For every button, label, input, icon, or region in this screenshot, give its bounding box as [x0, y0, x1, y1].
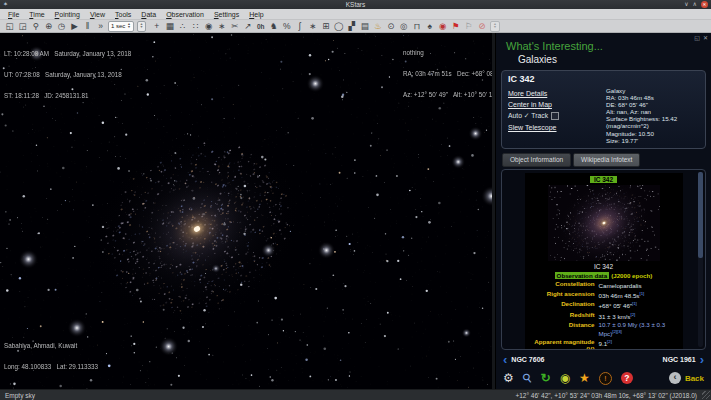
center-object-icon[interactable]: ◉ — [436, 20, 449, 33]
more-details-link[interactable]: More Details — [508, 90, 606, 97]
chevron-right-icon[interactable]: › — [700, 353, 704, 366]
minimize-icon[interactable]: ∨ — [684, 0, 688, 9]
menu-item-time[interactable]: Time — [24, 9, 49, 20]
time-step-arrows-icon[interactable]: ▲▼ — [127, 23, 130, 30]
wiki-infobox: IC 342 IC 342 Observation data(J2000 epo… — [525, 173, 683, 350]
category-label: Galaxies — [518, 54, 711, 65]
pause-clock-icon[interactable]: ‖ — [81, 20, 94, 33]
supernova-toggle-icon[interactable]: % — [280, 20, 293, 33]
menu-item-tools[interactable]: Tools — [110, 9, 136, 20]
sky-image-icon[interactable]: ▦ — [163, 20, 176, 33]
next-object-button[interactable]: NGC 1961 › — [663, 353, 704, 366]
menu-item-file[interactable]: File — [3, 9, 24, 20]
zoom-out-icon[interactable]: ◲ — [16, 20, 29, 33]
resize-grip[interactable] — [702, 391, 710, 399]
telescope-slew-icon[interactable]: ! — [599, 372, 612, 385]
zoom-in-icon[interactable]: ◱ — [3, 20, 16, 33]
menu-item-settings[interactable]: Settings — [209, 9, 244, 20]
reload-icon[interactable]: ↻ — [541, 371, 551, 385]
tab-wikipedia-infotext[interactable]: Wikipedia Infotext — [573, 153, 640, 167]
time-step-spinbox[interactable]: 1 sec ▲▼ — [108, 21, 134, 32]
favorite-star-icon[interactable]: ★ — [579, 371, 590, 385]
settings-gear-icon[interactable]: ⚙ — [503, 371, 514, 385]
lock-position-icon[interactable]: ⊓ — [410, 20, 423, 33]
observation-list-icon[interactable]: ♨ — [371, 20, 384, 33]
status-coordinates: +12° 46' 42", +10° 53' 24" 03h 48m 10s, … — [515, 392, 697, 399]
gray-flag-icon[interactable]: ⚐ — [462, 20, 475, 33]
help-icon[interactable]: ? — [621, 372, 633, 384]
fov-spinner-disabled: ▲▼ — [490, 21, 499, 32]
ground-toggle-icon[interactable]: ♞ — [267, 20, 280, 33]
menu-item-pointing[interactable]: Pointing — [50, 9, 85, 20]
satellite-track-icon[interactable]: ʃ — [293, 20, 306, 33]
details-magnifier-icon[interactable]: ⚲ — [519, 370, 535, 386]
table-row: ConstellationCamelopardalis — [527, 281, 681, 290]
menu-item-data[interactable]: Data — [136, 9, 161, 20]
infobox-table: ConstellationCamelopardalis Right ascens… — [527, 281, 681, 350]
local-time-label: LT: 10:28:08 AM Saturday, January 13, 20… — [4, 50, 131, 57]
table-row: Apparent magnitude (V)9.1[2] — [527, 339, 681, 350]
red-flag-icon[interactable]: ⚑ — [449, 20, 462, 33]
hour-labels-icon[interactable]: 0h — [254, 20, 267, 33]
disabled-target-icon[interactable]: ⊘ — [475, 20, 488, 33]
dock-float-icon[interactable]: ◱ — [694, 34, 700, 42]
location-coords-label: Long: 48.100833 Lat: 29.113333 — [4, 363, 98, 370]
table-row: Distance10.7 ± 0.9 Mly (3.3 ± 0.3 Mpc)[2… — [527, 322, 681, 338]
comet-trail-icon[interactable]: ↗ — [241, 20, 254, 33]
chevron-left-icon[interactable]: ‹ — [503, 353, 507, 366]
wiki-scrollbar[interactable] — [698, 172, 703, 347]
milky-way-toggle-icon[interactable]: ▞ — [345, 20, 358, 33]
start-clock-icon[interactable]: ▶ — [68, 20, 81, 33]
wikipedia-infotext-view: IC 342 IC 342 Observation data(J2000 epo… — [501, 169, 706, 350]
deep-sky-toggle-icon[interactable]: ∷ — [189, 20, 202, 33]
status-bar: Empty sky +12° 46' 42", +10° 53' 24" 03h… — [0, 389, 711, 400]
menu-item-observation[interactable]: Observation — [161, 9, 209, 20]
constellation-lines-icon[interactable]: ∗ — [215, 20, 228, 33]
constellation-boundaries-icon[interactable]: ✂ — [228, 20, 241, 33]
time-step-value: 1 sec — [111, 23, 125, 29]
leaf-marker-icon[interactable]: ♠ — [423, 20, 436, 33]
object-nav: ‹ NGC 7606 NGC 1961 › — [496, 352, 711, 367]
print-icon[interactable]: ▤ — [358, 20, 371, 33]
prev-object-button[interactable]: ‹ NGC 7606 — [503, 353, 544, 366]
visibility-eye-icon[interactable]: ◉ — [560, 371, 570, 385]
center-in-map-link[interactable]: Center in Map — [508, 101, 606, 108]
location-name-label: Sabahiya, Ahmadi, Kuwait — [4, 342, 98, 349]
sky-map[interactable]: LT: 10:28:08 AM Saturday, January 13, 20… — [0, 33, 492, 389]
back-label: Back — [685, 374, 704, 383]
dock-close-icon[interactable]: ✕ — [703, 34, 708, 42]
set-time-icon[interactable]: ◷ — [55, 20, 68, 33]
auto-track-checkbox[interactable]: Auto ✓ Track — [508, 112, 606, 120]
find-object-icon[interactable]: ⚲ — [29, 20, 42, 33]
stars-toggle-icon[interactable]: ∴ — [176, 20, 189, 33]
planets-toggle-icon[interactable]: ◉ — [202, 20, 215, 33]
auto-track-box-icon[interactable] — [551, 112, 559, 120]
object-details: Galaxy RA: 03h 46m 48s DE: 68° 05' 46" A… — [606, 87, 699, 144]
location-overlay: Sabahiya, Ahmadi, Kuwait Long: 48.100833… — [4, 328, 98, 384]
tab-object-information[interactable]: Object Information — [502, 153, 571, 167]
object-card: IC 342 More Details Center in Map Auto ✓… — [501, 70, 706, 149]
geographic-location-icon[interactable]: ⊕ — [42, 20, 55, 33]
auto-track-label: Auto ✓ Track — [508, 112, 548, 120]
slew-telescope-link[interactable]: Slew Telescope — [508, 124, 606, 131]
table-row: Right ascension03h 46m 48.5s[1] — [527, 291, 681, 300]
maximize-icon[interactable]: ∧ — [693, 0, 697, 9]
menu-bar: FileTimePointingViewToolsDataObservation… — [0, 9, 711, 20]
title-bar: ✶ KStars ∨ ∧ ✕ — [0, 0, 711, 9]
menu-item-help[interactable]: Help — [244, 9, 268, 20]
meteor-shower-icon[interactable]: ∗ — [306, 20, 319, 33]
projection-eye-icon[interactable]: ⊙ — [384, 20, 397, 33]
back-button[interactable]: ‹ Back — [669, 372, 704, 384]
close-icon[interactable]: ✕ — [701, 1, 708, 8]
time-unit-spinner[interactable]: ▲▼ — [137, 21, 146, 32]
grid-toggle-icon[interactable]: ⊞ — [319, 20, 332, 33]
ecliptic-toggle-icon[interactable]: ◯ — [332, 20, 345, 33]
menu-item-view[interactable]: View — [85, 9, 110, 20]
pan-sky-icon[interactable]: + — [150, 20, 163, 33]
advance-step-icon[interactable]: » — [94, 20, 107, 33]
wiki-scrollbar-thumb[interactable] — [698, 172, 703, 258]
window-title: KStars — [0, 0, 711, 9]
table-row: Redshift31 ± 3 km/s[2] — [527, 312, 681, 321]
pointing-target-icon[interactable]: ◎ — [397, 20, 410, 33]
observation-data-header: Observation data(J2000 epoch) — [555, 272, 653, 279]
